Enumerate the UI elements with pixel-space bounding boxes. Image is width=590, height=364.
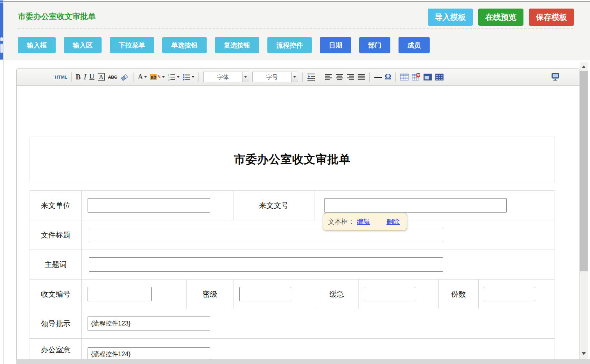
label-incoming-unit: 来文单位 [30,191,81,220]
html-source-button[interactable]: HTML [55,72,68,83]
header-action-buttons: 导入模板 在线预览 保存模板 [428,9,574,26]
toolbar-separator [133,72,133,82]
table-row: 收文编号 密级 缓急 份数 [30,279,555,309]
font-color-button[interactable]: A [138,72,147,83]
strikethrough-button[interactable]: ABC [108,72,117,83]
font-size-select[interactable]: 字号 [252,72,298,82]
page-header: 市委办公室收文审批单 导入模板 在线预览 保存模板 输入框 输入区 下拉菜单 单… [4,2,590,60]
leader-instructions-input[interactable] [88,317,210,331]
italic-button[interactable]: I [84,72,86,83]
form-title-cell: 市委办公室收文审批单 [30,137,555,182]
eraser-icon[interactable] [120,72,129,83]
table-row: 主题词 [30,250,555,279]
toolbar-separator [395,72,396,82]
widget-textarea-button[interactable]: 输入区 [64,37,102,53]
cell-document-title [81,220,555,250]
horizontal-rule-button[interactable]: — [374,72,381,83]
table-props-icon[interactable] [435,72,444,83]
widget-date-button[interactable]: 日期 [320,37,351,53]
label-urgency: 缓急 [315,280,358,309]
bold-button[interactable]: B [76,72,81,83]
dashed-divider [18,28,573,29]
cell-secrecy-level [233,280,315,309]
ordered-list-button[interactable]: 1 2 3 [168,72,179,83]
bottom-scroll-strip [16,359,590,364]
copies-input[interactable] [484,287,535,301]
label-secrecy-level: 密级 [186,280,233,309]
widget-radio-button[interactable]: 单选按钮 [162,37,207,53]
svg-text:3: 3 [168,79,170,81]
chevron-down-icon [162,76,165,78]
highlight-color-button[interactable]: ab✎ [150,72,165,83]
insert-table-icon[interactable] [400,72,409,83]
widget-member-button[interactable]: 成员 [399,37,430,53]
rich-text-editor-panel: HTML B I U A ABC A ab✎ 1 2 3 [16,68,580,364]
justify-icon[interactable] [357,72,365,83]
widget-dropdown-button[interactable]: 下拉菜单 [110,37,154,53]
fullscreen-icon[interactable] [551,72,560,83]
save-template-button[interactable]: 保存模板 [529,9,574,26]
online-preview-button[interactable]: 在线预览 [478,9,523,26]
incoming-unit-input[interactable] [88,198,210,213]
font-frame-button[interactable]: A [98,72,105,83]
urgency-input[interactable] [364,287,415,301]
left-sidebar-strip [0,0,3,60]
toolbar-separator [369,72,370,82]
page-title: 市委办公室收文审批单 [18,11,96,22]
tooltip-delete-link[interactable]: 删除 [386,217,400,226]
sidebar-strip-mark [0,37,3,41]
tooltip-label: 文本框： [328,217,355,226]
pencil-icon: ✎ [157,74,161,79]
widget-input-box-button[interactable]: 输入框 [18,37,56,53]
cell-urgency [358,280,438,309]
widget-toolbar: 输入框 输入区 下拉菜单 单选按钮 复选按钮 流程控件 日期 部门 成员 [18,37,430,53]
scrollbar-up-arrow-icon[interactable] [582,65,586,68]
table-row: 领导批示 [30,309,555,338]
tooltip-edit-link[interactable]: 编辑 [357,217,370,226]
cell-leader-instructions [81,309,555,338]
font-family-select[interactable]: 字体 [203,72,249,82]
table-row: 来文单位 来文文号 [30,191,555,220]
subject-words-input[interactable] [89,257,443,272]
align-right-icon[interactable] [346,72,354,83]
delete-table-icon[interactable] [412,72,420,83]
label-document-title: 文件标题 [30,220,81,250]
sidebar-strip-mark [0,2,3,3]
label-receipt-number: 收文编号 [30,280,81,309]
chevron-down-icon [144,76,147,78]
label-document-number: 来文文号 [233,191,314,220]
toolbar-separator [320,72,320,82]
unordered-list-button[interactable] [183,72,194,83]
scrollbar-thumb[interactable] [580,71,588,271]
chevron-down-icon[interactable] [291,72,298,82]
sidebar-strip-mark [0,44,3,53]
toolbar-separator [198,72,199,82]
widget-department-button[interactable]: 部门 [359,37,390,53]
chevron-down-icon [192,76,194,78]
sidebar-strip-mark [0,0,3,1]
import-template-button[interactable]: 导入模板 [428,9,473,26]
align-center-icon[interactable] [335,72,343,83]
label-copies: 份数 [438,280,478,309]
cell-receipt-number [81,280,186,309]
widget-checkbox-button[interactable]: 复选按钮 [215,37,259,53]
indent-icon[interactable] [307,72,316,83]
receipt-number-input[interactable] [88,287,152,301]
underline-button[interactable]: U [90,72,95,83]
label-subject-words: 主题词 [30,250,81,279]
align-left-icon[interactable] [325,72,332,83]
special-char-button[interactable]: Ω [385,72,391,83]
secrecy-level-input[interactable] [239,287,291,301]
editor-content-area[interactable]: 市委办公室收文审批单 来文单位 来文文号 文件标题 主题词 [17,86,579,364]
cell-copies [478,280,555,309]
scrollbar-down-arrow-icon[interactable] [582,352,586,355]
chevron-down-icon[interactable] [242,72,249,82]
form-title: 市委办公室收文审批单 [234,152,351,167]
vertical-scrollbar[interactable] [580,62,588,359]
widget-flow-control-button[interactable]: 流程控件 [267,37,312,53]
table-cell-props-icon[interactable] [423,72,432,83]
form-table: 来文单位 来文文号 文件标题 主题词 [30,190,555,364]
document-number-input[interactable] [324,198,507,213]
widget-tooltip: 文本框： 编辑 删除 [323,213,407,230]
cell-incoming-unit [81,191,233,220]
